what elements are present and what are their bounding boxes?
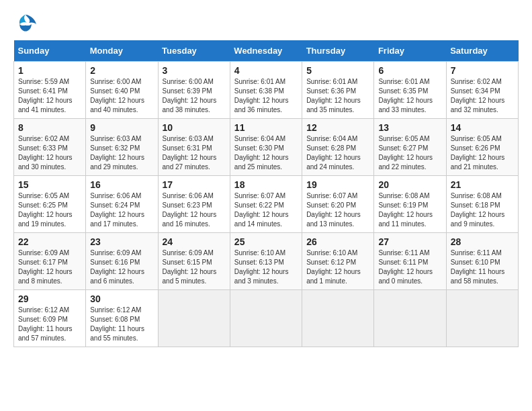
calendar-day-cell: 25Sunrise: 6:10 AM Sunset: 6:13 PM Dayli… bbox=[230, 233, 302, 290]
day-detail: Sunrise: 6:11 AM Sunset: 6:10 PM Dayligh… bbox=[451, 248, 514, 286]
day-number: 7 bbox=[451, 65, 514, 76]
day-number: 23 bbox=[90, 236, 153, 247]
day-detail: Sunrise: 6:01 AM Sunset: 6:38 PM Dayligh… bbox=[234, 77, 298, 115]
day-detail: Sunrise: 6:01 AM Sunset: 6:36 PM Dayligh… bbox=[306, 77, 369, 115]
calendar-day-cell: 9Sunrise: 6:03 AM Sunset: 6:32 PM Daylig… bbox=[86, 119, 158, 176]
day-detail: Sunrise: 6:12 AM Sunset: 6:08 PM Dayligh… bbox=[90, 306, 153, 343]
day-detail: Sunrise: 6:05 AM Sunset: 6:27 PM Dayligh… bbox=[378, 134, 441, 172]
calendar-day-cell bbox=[230, 290, 302, 347]
day-number: 6 bbox=[378, 65, 441, 76]
day-detail: Sunrise: 6:05 AM Sunset: 6:25 PM Dayligh… bbox=[18, 191, 81, 229]
day-number: 14 bbox=[451, 122, 514, 133]
day-number: 21 bbox=[451, 179, 514, 190]
day-detail: Sunrise: 5:59 AM Sunset: 6:41 PM Dayligh… bbox=[18, 77, 81, 115]
calendar-day-cell: 6Sunrise: 6:01 AM Sunset: 6:35 PM Daylig… bbox=[374, 62, 446, 119]
day-number: 26 bbox=[306, 236, 369, 247]
weekday-header-saturday: Saturday bbox=[446, 40, 518, 62]
weekday-header-friday: Friday bbox=[374, 40, 446, 62]
calendar-week-row: 15Sunrise: 6:05 AM Sunset: 6:25 PM Dayli… bbox=[14, 176, 519, 233]
calendar-day-cell: 13Sunrise: 6:05 AM Sunset: 6:27 PM Dayli… bbox=[374, 119, 446, 176]
day-number: 3 bbox=[163, 65, 226, 76]
day-detail: Sunrise: 6:08 AM Sunset: 6:18 PM Dayligh… bbox=[451, 191, 514, 229]
calendar-day-cell: 17Sunrise: 6:06 AM Sunset: 6:23 PM Dayli… bbox=[158, 176, 230, 233]
weekday-header-sunday: Sunday bbox=[14, 40, 86, 62]
day-number: 9 bbox=[90, 122, 153, 133]
day-detail: Sunrise: 6:05 AM Sunset: 6:26 PM Dayligh… bbox=[451, 134, 514, 172]
calendar-day-cell bbox=[374, 290, 446, 347]
calendar-table: SundayMondayTuesdayWednesdayThursdayFrid… bbox=[13, 40, 519, 347]
day-detail: Sunrise: 6:04 AM Sunset: 6:28 PM Dayligh… bbox=[306, 134, 369, 172]
day-number: 27 bbox=[378, 236, 441, 247]
day-detail: Sunrise: 6:11 AM Sunset: 6:11 PM Dayligh… bbox=[378, 248, 441, 286]
day-number: 2 bbox=[90, 65, 153, 76]
weekday-header-wednesday: Wednesday bbox=[230, 40, 302, 62]
day-detail: Sunrise: 6:03 AM Sunset: 6:31 PM Dayligh… bbox=[163, 134, 226, 172]
calendar-day-cell: 21Sunrise: 6:08 AM Sunset: 6:18 PM Dayli… bbox=[446, 176, 518, 233]
day-number: 24 bbox=[163, 236, 226, 247]
calendar-day-cell: 2Sunrise: 6:00 AM Sunset: 6:40 PM Daylig… bbox=[86, 62, 158, 119]
day-number: 17 bbox=[163, 179, 226, 190]
calendar-day-cell: 8Sunrise: 6:02 AM Sunset: 6:33 PM Daylig… bbox=[14, 119, 86, 176]
calendar-day-cell: 1Sunrise: 5:59 AM Sunset: 6:41 PM Daylig… bbox=[14, 62, 86, 119]
calendar-day-cell: 20Sunrise: 6:08 AM Sunset: 6:19 PM Dayli… bbox=[374, 176, 446, 233]
weekday-header-row: SundayMondayTuesdayWednesdayThursdayFrid… bbox=[14, 40, 519, 62]
calendar-day-cell: 12Sunrise: 6:04 AM Sunset: 6:28 PM Dayli… bbox=[302, 119, 374, 176]
day-detail: Sunrise: 6:02 AM Sunset: 6:33 PM Dayligh… bbox=[18, 134, 81, 172]
day-number: 8 bbox=[18, 122, 81, 133]
calendar-day-cell bbox=[446, 290, 518, 347]
calendar-day-cell: 10Sunrise: 6:03 AM Sunset: 6:31 PM Dayli… bbox=[158, 119, 230, 176]
header bbox=[13, 13, 519, 34]
day-number: 18 bbox=[234, 179, 298, 190]
day-number: 5 bbox=[306, 65, 369, 76]
calendar-day-cell: 16Sunrise: 6:06 AM Sunset: 6:24 PM Dayli… bbox=[86, 176, 158, 233]
calendar-day-cell: 29Sunrise: 6:12 AM Sunset: 6:09 PM Dayli… bbox=[14, 290, 86, 347]
calendar-day-cell: 19Sunrise: 6:07 AM Sunset: 6:20 PM Dayli… bbox=[302, 176, 374, 233]
calendar-day-cell: 3Sunrise: 6:00 AM Sunset: 6:39 PM Daylig… bbox=[158, 62, 230, 119]
calendar-day-cell: 14Sunrise: 6:05 AM Sunset: 6:26 PM Dayli… bbox=[446, 119, 518, 176]
day-detail: Sunrise: 6:09 AM Sunset: 6:16 PM Dayligh… bbox=[90, 248, 153, 286]
day-detail: Sunrise: 6:00 AM Sunset: 6:40 PM Dayligh… bbox=[90, 77, 153, 115]
logo-icon bbox=[13, 13, 38, 34]
day-detail: Sunrise: 6:10 AM Sunset: 6:13 PM Dayligh… bbox=[234, 248, 298, 286]
day-number: 28 bbox=[451, 236, 514, 247]
day-number: 12 bbox=[306, 122, 369, 133]
calendar-day-cell: 23Sunrise: 6:09 AM Sunset: 6:16 PM Dayli… bbox=[86, 233, 158, 290]
calendar-day-cell: 4Sunrise: 6:01 AM Sunset: 6:38 PM Daylig… bbox=[230, 62, 302, 119]
day-number: 29 bbox=[18, 293, 81, 304]
calendar-week-row: 1Sunrise: 5:59 AM Sunset: 6:41 PM Daylig… bbox=[14, 62, 519, 119]
calendar-day-cell: 11Sunrise: 6:04 AM Sunset: 6:30 PM Dayli… bbox=[230, 119, 302, 176]
day-number: 13 bbox=[378, 122, 441, 133]
calendar-day-cell: 26Sunrise: 6:10 AM Sunset: 6:12 PM Dayli… bbox=[302, 233, 374, 290]
day-detail: Sunrise: 6:02 AM Sunset: 6:34 PM Dayligh… bbox=[451, 77, 514, 115]
day-detail: Sunrise: 6:04 AM Sunset: 6:30 PM Dayligh… bbox=[234, 134, 298, 172]
calendar-week-row: 8Sunrise: 6:02 AM Sunset: 6:33 PM Daylig… bbox=[14, 119, 519, 176]
calendar-day-cell: 30Sunrise: 6:12 AM Sunset: 6:08 PM Dayli… bbox=[86, 290, 158, 347]
calendar-day-cell: 7Sunrise: 6:02 AM Sunset: 6:34 PM Daylig… bbox=[446, 62, 518, 119]
day-detail: Sunrise: 6:06 AM Sunset: 6:24 PM Dayligh… bbox=[90, 191, 153, 229]
calendar-day-cell: 18Sunrise: 6:07 AM Sunset: 6:22 PM Dayli… bbox=[230, 176, 302, 233]
calendar-day-cell: 15Sunrise: 6:05 AM Sunset: 6:25 PM Dayli… bbox=[14, 176, 86, 233]
calendar-day-cell: 24Sunrise: 6:09 AM Sunset: 6:15 PM Dayli… bbox=[158, 233, 230, 290]
day-detail: Sunrise: 6:07 AM Sunset: 6:20 PM Dayligh… bbox=[306, 191, 369, 229]
logo bbox=[13, 13, 40, 34]
weekday-header-tuesday: Tuesday bbox=[158, 40, 230, 62]
day-detail: Sunrise: 6:06 AM Sunset: 6:23 PM Dayligh… bbox=[163, 191, 226, 229]
calendar-day-cell: 28Sunrise: 6:11 AM Sunset: 6:10 PM Dayli… bbox=[446, 233, 518, 290]
day-number: 20 bbox=[378, 179, 441, 190]
day-number: 25 bbox=[234, 236, 298, 247]
day-detail: Sunrise: 6:07 AM Sunset: 6:22 PM Dayligh… bbox=[234, 191, 298, 229]
calendar-day-cell: 27Sunrise: 6:11 AM Sunset: 6:11 PM Dayli… bbox=[374, 233, 446, 290]
calendar-day-cell: 5Sunrise: 6:01 AM Sunset: 6:36 PM Daylig… bbox=[302, 62, 374, 119]
calendar-day-cell bbox=[158, 290, 230, 347]
day-detail: Sunrise: 6:01 AM Sunset: 6:35 PM Dayligh… bbox=[378, 77, 441, 115]
day-number: 1 bbox=[18, 65, 81, 76]
day-number: 16 bbox=[90, 179, 153, 190]
day-detail: Sunrise: 6:00 AM Sunset: 6:39 PM Dayligh… bbox=[163, 77, 226, 115]
calendar-week-row: 29Sunrise: 6:12 AM Sunset: 6:09 PM Dayli… bbox=[14, 290, 519, 347]
calendar-day-cell bbox=[302, 290, 374, 347]
day-number: 10 bbox=[163, 122, 226, 133]
weekday-header-thursday: Thursday bbox=[302, 40, 374, 62]
day-detail: Sunrise: 6:10 AM Sunset: 6:12 PM Dayligh… bbox=[306, 248, 369, 286]
day-detail: Sunrise: 6:09 AM Sunset: 6:17 PM Dayligh… bbox=[18, 248, 81, 286]
day-detail: Sunrise: 6:03 AM Sunset: 6:32 PM Dayligh… bbox=[90, 134, 153, 172]
